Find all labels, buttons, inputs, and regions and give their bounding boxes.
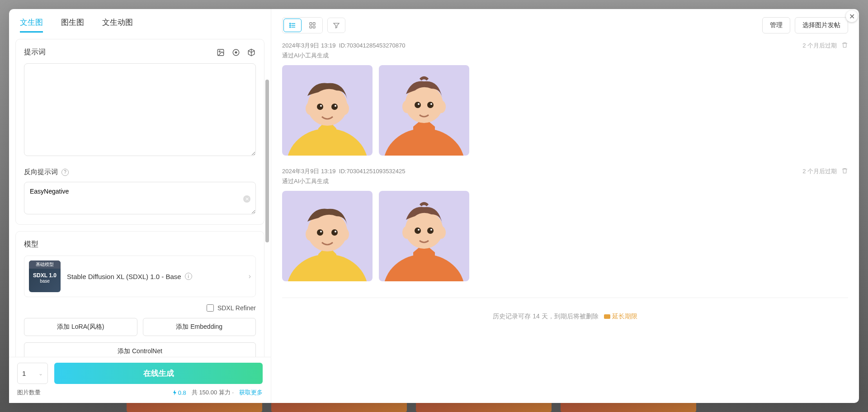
svg-point-35 [306,228,315,241]
generation-modal: ✕ 文生图 图生图 文生动图 提示词 [9,9,859,403]
view-mode-segment [282,17,323,33]
svg-point-48 [402,226,411,239]
grid-view-button[interactable] [302,18,322,33]
generation-date: 2024年3月9日 13:19 [282,42,336,49]
svg-point-38 [331,229,338,236]
result-thumbnail[interactable] [379,191,469,281]
negative-prompt-textarea[interactable] [24,182,256,214]
svg-point-30 [418,103,420,105]
svg-rect-6 [310,23,312,25]
svg-point-5 [290,27,291,28]
chevron-down-icon: ⌄ [38,370,43,377]
result-thumbnail[interactable] [282,65,373,156]
generation-source: 通过AI小工具生成 [282,177,848,185]
clear-negative-icon[interactable]: ✕ [243,195,250,203]
expire-text: 2 个月后过期 [802,167,837,175]
add-lora-button[interactable]: 添加 LoRA(风格) [24,318,137,336]
generation-group: 2024年3月9日 13:19 ID:703041251093532425 2 … [282,167,848,281]
get-more-link[interactable]: 获取更多 [239,388,263,397]
svg-point-39 [320,231,322,232]
scrollbar[interactable] [265,80,269,242]
svg-point-37 [317,229,323,236]
model-card: 模型 基础模型 SDXL 1.0 base Stable Diffusion X… [15,231,264,357]
tab-image-to-image[interactable]: 图生图 [61,17,84,33]
svg-point-40 [335,231,336,232]
expire-text: 2 个月后过期 [802,42,837,50]
svg-point-31 [430,103,432,105]
generation-source: 通过AI小工具生成 [282,52,848,60]
sdxl-refiner-checkbox[interactable] [207,304,214,312]
generate-button[interactable]: 在线生成 [54,363,263,384]
tab-text-to-image[interactable]: 文生图 [20,17,43,33]
svg-point-28 [415,102,421,108]
svg-point-49 [437,226,446,239]
prompt-textarea[interactable] [24,63,256,156]
close-button[interactable]: ✕ [846,10,858,22]
cost-indicator: 0.8 [173,389,186,396]
svg-point-3 [290,23,291,24]
info-icon[interactable]: i [185,273,192,280]
ticket-icon [604,314,610,319]
import-image-icon[interactable] [216,48,225,57]
svg-point-53 [430,229,432,231]
add-controlnet-button[interactable]: 添加 ControlNet [24,342,256,357]
model-selector[interactable]: 基础模型 SDXL 1.0 base Stable Diffusion XL (… [24,256,256,297]
result-thumbnail[interactable] [379,65,469,156]
svg-point-17 [320,105,322,107]
svg-point-26 [402,100,411,113]
model-section-label: 模型 [24,240,256,249]
svg-point-14 [340,102,349,115]
delete-icon[interactable] [841,167,848,175]
svg-point-29 [427,102,434,108]
footer: 1 ⌄ 在线生成 图片数量 0.8 共 150.00 算力 · 获取更多 [9,357,271,403]
svg-point-4 [290,25,291,26]
mode-tabs: 文生图 图生图 文生动图 [9,9,271,39]
left-panel: 文生图 图生图 文生动图 提示词 [9,9,271,403]
manage-button[interactable]: 管理 [762,17,790,33]
history-note: 历史记录可存 14 天，到期后将被删除 延长期限 [282,313,848,321]
magic-prompt-icon[interactable] [231,48,241,57]
svg-point-1 [219,51,220,52]
negative-prompt-label: 反向提示词 [24,168,58,176]
delete-icon[interactable] [841,42,848,50]
extend-period-link[interactable]: 延长期限 [604,313,637,320]
generation-group: 2024年3月9日 13:19 ID:703041285453270870 2 … [282,42,848,156]
tab-text-to-video[interactable]: 文生动图 [102,17,133,33]
generation-id: ID:703041251093532425 [339,168,406,175]
generation-date: 2024年3月9日 13:19 [282,168,336,175]
svg-point-16 [331,104,338,110]
filter-button[interactable] [327,18,345,33]
prompt-label: 提示词 [24,47,46,57]
svg-point-27 [437,100,446,113]
svg-point-51 [427,227,434,234]
prompt-card: 提示词 反向提示词 [15,39,264,225]
svg-point-52 [418,229,420,231]
svg-point-13 [306,102,315,115]
result-thumbnail[interactable] [282,191,373,281]
image-count-label: 图片数量 [17,388,41,397]
divider [282,298,848,298]
svg-point-50 [415,227,421,234]
add-embedding-button[interactable]: 添加 Embedding [143,318,256,336]
model-thumbnail: 基础模型 SDXL 1.0 base [29,260,61,292]
svg-rect-8 [310,26,312,28]
select-publish-button[interactable]: 选择图片发帖 [795,17,848,33]
svg-point-15 [317,104,323,110]
sdxl-refiner-label: SDXL Refiner [217,304,256,312]
image-count-select[interactable]: 1 ⌄ [17,363,48,384]
dice-icon[interactable] [247,48,256,57]
right-panel: 管理 选择图片发帖 2024年3月9日 13:19 ID:70304128545… [271,9,859,403]
svg-rect-7 [313,23,315,25]
svg-point-36 [340,228,349,241]
svg-point-18 [335,105,336,107]
help-icon[interactable]: ? [61,169,69,176]
generation-id: ID:703041285453270870 [339,42,406,49]
model-name-text: Stable Diffusion XL (SDXL) 1.0 - Base [67,273,181,280]
list-view-button[interactable] [283,19,302,32]
svg-rect-9 [313,26,315,28]
chevron-right-icon: › [249,272,251,280]
